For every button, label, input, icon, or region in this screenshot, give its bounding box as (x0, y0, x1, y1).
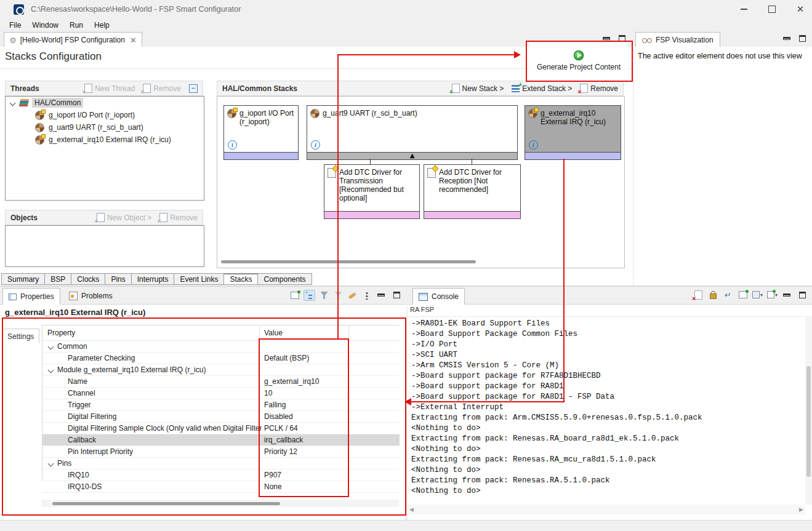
property-row[interactable]: TriggerFalling (42, 399, 400, 411)
property-row[interactable]: Common (42, 341, 400, 353)
scroll-right-icon[interactable]: ▶ (799, 506, 803, 513)
minimize-icon[interactable] (783, 293, 790, 297)
view-menu-icon[interactable] (361, 290, 372, 300)
word-wrap-icon[interactable]: ↵ (723, 290, 733, 300)
maximize-icon[interactable] (799, 292, 806, 298)
stack-card-ioport[interactable]: g_ioport I/O Port (r_ioport) (223, 105, 299, 160)
chevron-down-icon[interactable] (10, 100, 16, 106)
tab-console[interactable]: Console (412, 288, 465, 305)
extend-stack-button[interactable]: + Extend Stack > (512, 84, 572, 93)
window-minimize-button[interactable] (730, 0, 758, 18)
maximize-icon[interactable] (799, 35, 806, 42)
stack-card-uart[interactable]: g_uart9 UART (r_sci_b_uart) ▲ (307, 105, 518, 160)
tab-properties[interactable]: Properties (2, 288, 60, 305)
stack-card-dtc-transmission[interactable]: Add DTC Driver for Transmission [Recomme… (324, 164, 420, 219)
info-icon[interactable] (529, 140, 538, 150)
remove-stack-button[interactable]: × Remove (580, 84, 618, 93)
chevron-down-icon[interactable] (48, 344, 54, 350)
property-row[interactable]: Nameg_external_irq10 (42, 376, 400, 388)
minimize-icon[interactable] (783, 37, 790, 40)
add-driver-icon (427, 168, 436, 178)
property-row[interactable]: Callbackirq_callback (42, 434, 400, 446)
menu-window[interactable]: Window (26, 20, 64, 31)
info-icon[interactable] (228, 140, 237, 150)
console-line: ->Arm CMSIS Version 5 - Core (M) (411, 361, 805, 371)
property-label: IRQ10-DS (68, 482, 102, 491)
console-line: Extracting from pack: Renesas.RA.5.1.0.p… (411, 476, 805, 486)
property-row[interactable]: Channel10 (42, 388, 400, 399)
editor-tab-label: [Hello-World] FSP Configuration (20, 36, 125, 44)
open-console-icon[interactable]: ▾ (767, 290, 778, 300)
console-line: <Nothing to do> (411, 465, 805, 476)
clear-console-icon[interactable]: × (693, 290, 704, 300)
close-icon[interactable]: ✕ (130, 36, 137, 45)
thread-item[interactable]: g_uart9 UART (r_sci_b_uart) (6, 121, 204, 134)
remove-thread-button[interactable]: × Remove (143, 84, 181, 93)
generate-project-content-button[interactable]: Generate Project Content (529, 43, 628, 79)
property-row[interactable]: Parameter CheckingDefault (BSP) (42, 353, 400, 364)
tab-bsp[interactable]: BSP (45, 273, 71, 285)
thread-root-hal-common[interactable]: HAL/Common (6, 97, 204, 109)
vertical-scrollbar[interactable] (806, 366, 811, 477)
collapse-all-icon[interactable]: − (189, 84, 198, 93)
stack-card-dtc-reception[interactable]: Add DTC Driver for Reception [Not recomm… (424, 164, 521, 219)
menu-help[interactable]: Help (89, 20, 115, 31)
thread-item[interactable]: g_ioport I/O Port (r_ioport) (6, 109, 204, 121)
filter-icon[interactable] (319, 290, 329, 300)
property-row[interactable]: IRQ10P907 (42, 469, 400, 481)
tab-settings[interactable]: Settings (4, 329, 39, 343)
maximize-icon[interactable] (619, 35, 625, 42)
tab-interrupts[interactable]: Interrupts (132, 273, 175, 285)
scroll-lock-icon[interactable] (708, 290, 718, 300)
menu-run[interactable]: Run (64, 20, 89, 31)
card-strip: ▲ (307, 152, 517, 159)
tab-summary[interactable]: Summary (1, 273, 45, 285)
editor-tab-fsp-configuration[interactable]: ⚙ [Hello-World] FSP Configuration ✕ (4, 32, 142, 47)
property-label: IRQ10 (68, 471, 89, 479)
visualization-tab-row: FSP Visualization (634, 32, 812, 47)
pin-properties-icon[interactable] (289, 290, 300, 300)
property-row[interactable]: Module g_external_irq10 External IRQ (r_… (42, 364, 400, 376)
horizontal-scrollbar[interactable] (52, 502, 280, 505)
minimize-icon[interactable] (377, 293, 385, 297)
horizontal-scrollbar[interactable] (221, 260, 476, 263)
new-object-button[interactable]: + New Object > (97, 213, 151, 222)
window-maximize-button[interactable] (758, 0, 786, 18)
pin-console-icon[interactable] (738, 290, 748, 300)
stack-card-label: g_external_irq10 External IRQ (r_icu) (541, 109, 618, 126)
maximize-icon[interactable] (393, 292, 400, 298)
tab-clocks[interactable]: Clocks (71, 273, 105, 285)
property-row[interactable]: Digital FilteringDisabled (42, 411, 400, 423)
tab-event-links[interactable]: Event Links (174, 273, 224, 285)
console-icon (419, 293, 428, 301)
new-thread-button[interactable]: + New Thread (84, 84, 135, 93)
restore-defaults-icon[interactable] (333, 290, 344, 300)
show-advanced-icon[interactable] (347, 290, 358, 300)
minimize-icon[interactable] (603, 37, 610, 40)
chevron-down-icon[interactable] (48, 461, 54, 467)
property-row[interactable]: Pins (42, 458, 400, 469)
stack-card-external-irq10[interactable]: g_external_irq10 External IRQ (r_icu) (525, 105, 621, 160)
menu-file[interactable]: File (4, 20, 26, 31)
new-stack-button[interactable]: + New Stack > (452, 84, 504, 93)
show-categories-icon[interactable] (303, 290, 315, 301)
remove-object-button[interactable]: × Remove (159, 213, 198, 222)
info-icon[interactable] (311, 140, 320, 150)
tab-fsp-visualization[interactable]: FSP Visualization (635, 32, 720, 47)
thread-item[interactable]: g_external_irq10 External IRQ (r_icu) (6, 134, 204, 146)
property-row[interactable]: IRQ10-DSNone (42, 481, 400, 493)
property-row[interactable]: Pin Interrupt PriorityPriority 12 (42, 446, 400, 458)
tab-components[interactable]: Components (258, 273, 312, 285)
tab-stacks[interactable]: Stacks (224, 273, 258, 285)
property-value: P907 (264, 471, 281, 479)
collapse-triangle-icon[interactable]: ▲ (410, 152, 415, 159)
new-stack-icon: + (452, 84, 460, 93)
tab-problems[interactable]: Problems (63, 288, 118, 304)
window-close-button[interactable]: ✕ (786, 0, 812, 18)
display-console-icon[interactable]: ▾ (752, 290, 763, 300)
console-line: Extracting from pack: Renesas.RA_mcu_ra8… (411, 455, 805, 465)
chevron-down-icon[interactable] (48, 367, 54, 373)
scroll-left-icon[interactable]: ◀ (409, 506, 414, 513)
property-row[interactable]: Digital Filtering Sample Clock (Only val… (42, 423, 400, 434)
tab-pins[interactable]: Pins (105, 273, 131, 285)
